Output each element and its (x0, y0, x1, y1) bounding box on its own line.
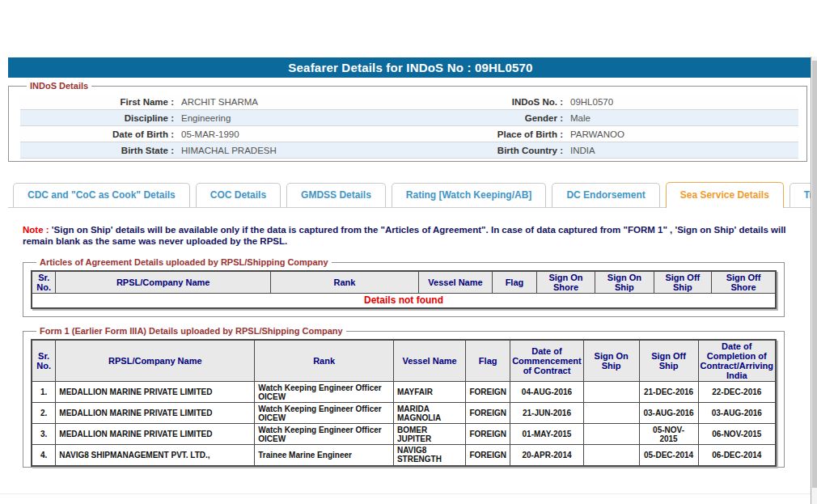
tab-cdc-coc-as-cook-details[interactable]: CDC and "CoC as Cook" Details (13, 183, 190, 207)
table-row: 3.MEDALLION MARINE PRIVATE LIMITEDWatch … (32, 424, 776, 445)
articles-of-agreement-legend: Articles of Agreement Details uploaded b… (36, 257, 332, 267)
table-cell: 03-AUG-2016 (698, 403, 776, 424)
gender-label: Gender : (409, 113, 563, 123)
first-name-label: First Name : (20, 97, 174, 107)
form1-legend: Form 1 (Earlier Form IIIA) Details uploa… (36, 326, 346, 336)
table-cell: MEDALLION MARINE PRIVATE LIMITED (56, 403, 255, 424)
table-cell: Trainee Marine Engineer (255, 445, 394, 466)
form1-table: Sr. No. RPSL/Company Name Rank Vessel Na… (31, 339, 777, 467)
col-rpsl-company-name: RPSL/Company Name (56, 271, 271, 294)
detail-row: First Name : ARCHIT SHARMA INDoS No. : 0… (20, 94, 798, 110)
table-cell: BOMER JUPITER (393, 424, 465, 445)
col-sign-on-ship: Sign On Ship (595, 271, 654, 294)
place-of-birth-label: Place of Birth : (409, 129, 563, 139)
page-title: Seafarer Details for INDoS No : 09HL0570 (8, 57, 813, 78)
tab-sea-service-details[interactable]: Sea Service Details (666, 182, 784, 208)
col-flag: Flag (466, 340, 510, 382)
page-bottom-divider (0, 493, 811, 494)
detail-row: Discipline : Engineering Gender : Male (20, 110, 798, 126)
table-cell: 20-APR-2014 (510, 445, 584, 466)
birth-country-value: INDIA (563, 146, 595, 155)
table-header-row: Sr. No. RPSL/Company Name Rank Vessel Na… (32, 340, 776, 382)
table-cell: MAYFAIR (393, 382, 465, 403)
col-sign-on-shore: Sign On Shore (536, 271, 595, 294)
tab-rating-watch-keeping-ab[interactable]: Rating [Watch Keeping/AB] (392, 183, 547, 207)
table-cell: 05-NOV- 2015 (639, 424, 698, 445)
col-sign-off-ship: Sign Off Ship (639, 340, 698, 382)
col-sign-off-shore: Sign Off Shore (712, 271, 776, 294)
col-rank: Rank (255, 340, 394, 382)
table-cell: 3. (32, 424, 56, 445)
indos-details-legend: INDoS Details (27, 81, 91, 91)
articles-of-agreement-table: Sr. No. RPSL/Company Name Rank Vessel Na… (31, 270, 777, 309)
indos-details-section: INDoS Details First Name : ARCHIT SHARMA… (8, 81, 807, 162)
table-cell: FOREIGN (466, 382, 510, 403)
col-vessel-name: Vessel Name (393, 340, 465, 382)
birth-state-value: HIMACHAL PRADESH (174, 146, 277, 155)
tab-gmdss-details[interactable]: GMDSS Details (286, 183, 386, 207)
col-vessel-name: Vessel Name (418, 271, 492, 294)
table-cell: 4. (32, 445, 56, 466)
col-sr-no: Sr. No. (32, 271, 56, 294)
table-cell: 03-AUG-2016 (639, 403, 698, 424)
table-cell: MEDALLION MARINE PRIVATE LIMITED (56, 382, 255, 403)
table-cell: Watch Keeping Engineer Officer OICEW (255, 424, 394, 445)
table-header-row: Sr. No. RPSL/Company Name Rank Vessel Na… (32, 271, 776, 294)
table-cell: 22-DEC-2016 (698, 382, 776, 403)
table-cell (583, 424, 639, 445)
birth-state-label: Birth State : (20, 146, 174, 155)
col-date-of-completion: Date of Completion of Contract/Arriving … (698, 340, 776, 382)
tab-dc-endorsement[interactable]: DC Endorsement (552, 183, 659, 207)
discipline-value: Engineering (174, 113, 231, 123)
table-cell: 01-MAY-2015 (510, 424, 584, 445)
col-sign-on-ship: Sign On Ship (583, 340, 639, 382)
col-rank: Rank (270, 271, 418, 294)
table-cell: 04-AUG-2016 (510, 382, 584, 403)
table-cell: NAVIG8 STRENGTH (393, 445, 465, 466)
table-cell: Watch Keeping Engineer Officer OICEW (255, 382, 394, 403)
table-cell: MARIDA MAGNOLIA (393, 403, 465, 424)
gender-value: Male (563, 113, 591, 123)
detail-row: Birth State : HIMACHAL PRADESH Birth Cou… (20, 142, 798, 159)
col-sr-no: Sr. No. (32, 340, 56, 382)
articles-of-agreement-section: Articles of Agreement Details uploaded b… (23, 257, 785, 317)
vertical-scrollbar[interactable] (811, 57, 817, 504)
table-cell: 06-DEC-2014 (698, 445, 776, 466)
date-of-birth-label: Date of Birth : (20, 129, 174, 139)
form1-table-body: 1.MEDALLION MARINE PRIVATE LIMITEDWatch … (32, 382, 776, 466)
tab-bar: CDC and "CoC as Cook" Details COC Detail… (8, 183, 811, 208)
table-cell (583, 382, 639, 403)
note-text: 'Sign on Ship' details will be available… (23, 225, 786, 246)
col-sign-off-ship: Sign Off Ship (654, 271, 711, 294)
discipline-label: Discipline : (20, 113, 174, 123)
table-cell: 2. (32, 403, 56, 424)
col-date-of-commencement: Date of Commencement of Contract (510, 340, 584, 382)
indos-no-value: 09HL0570 (563, 97, 613, 107)
tab-coc-details[interactable]: COC Details (196, 183, 281, 207)
table-cell: FOREIGN (466, 403, 510, 424)
table-cell: FOREIGN (466, 424, 510, 445)
table-cell: 05-DEC-2014 (639, 445, 698, 466)
form1-section: Form 1 (Earlier Form IIIA) Details uploa… (23, 326, 785, 468)
table-cell: 21-DEC-2016 (639, 382, 698, 403)
table-cell: 21-JUN-2016 (510, 403, 584, 424)
details-not-found-message: Details not found (32, 294, 776, 308)
note-prefix: Note : (23, 225, 49, 235)
table-cell: FOREIGN (466, 445, 510, 466)
birth-country-label: Birth Country : (409, 146, 563, 155)
col-rpsl-company-name: RPSL/Company Name (56, 340, 255, 382)
detail-row: Date of Birth : 05-MAR-1990 Place of Bir… (20, 126, 798, 142)
table-cell: Watch Keeping Engineer Officer OICEW (255, 403, 394, 424)
table-cell: MEDALLION MARINE PRIVATE LIMITED (56, 424, 255, 445)
scrollbar-thumb[interactable] (812, 61, 817, 488)
table-cell: NAVIG8 SHIPMANAGEMENT PVT. LTD., (56, 445, 255, 466)
table-row: 4.NAVIG8 SHIPMANAGEMENT PVT. LTD.,Traine… (32, 445, 776, 466)
empty-message-row: Details not found (32, 294, 776, 308)
sign-on-ship-note: Note : 'Sign on Ship' details will be av… (23, 224, 793, 247)
date-of-birth-value: 05-MAR-1990 (174, 129, 239, 139)
col-flag: Flag (493, 271, 537, 294)
indos-no-label: INDoS No. : (409, 97, 563, 107)
first-name-value: ARCHIT SHARMA (174, 97, 258, 107)
table-cell: 06-NOV-2015 (698, 424, 776, 445)
table-row: 2.MEDALLION MARINE PRIVATE LIMITEDWatch … (32, 403, 776, 424)
